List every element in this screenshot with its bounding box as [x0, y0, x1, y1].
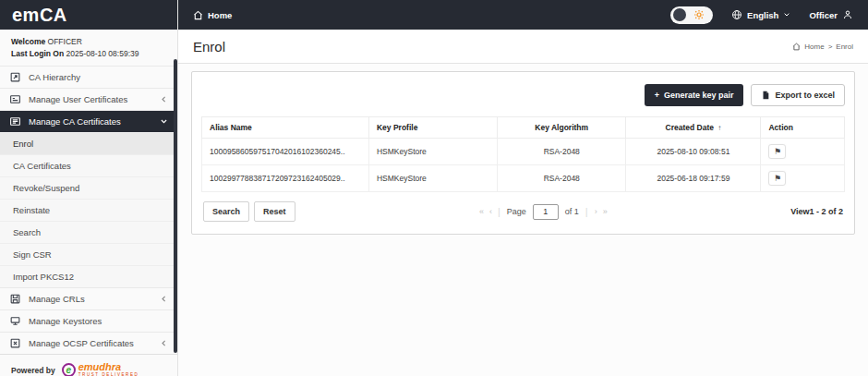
sidebar-item-label: Manage OCSP Certificates: [29, 338, 134, 348]
previous-page-button[interactable]: ‹: [489, 207, 491, 216]
cell-created-date: 2025-08-10 09:08:51: [626, 139, 761, 165]
pagination: « ‹ | Page of 1 | › »: [295, 204, 791, 220]
cell-key-profile: HSMKeyStore: [368, 139, 497, 165]
sidebar: emCA Welcome OFFICER Last Login On 2025-…: [0, 0, 178, 376]
powered-by-label: Powered by: [11, 366, 55, 375]
sidebar-item-ca-certificates[interactable]: CA Certificates: [0, 154, 177, 176]
table-header-row: Alias Name Key Profile Key Algorithm Cre…: [202, 117, 845, 139]
cell-action: ⚑: [761, 165, 845, 192]
page-title: Enrol: [193, 39, 225, 55]
cell-alias: 100095860597517042016102360245..: [202, 139, 369, 165]
welcome-block: Welcome OFFICER Last Login On 2025-08-10…: [0, 30, 177, 66]
sidebar-item-manage-crls[interactable]: Manage CRLs: [0, 287, 177, 309]
theme-toggle[interactable]: [670, 6, 713, 24]
last-login-text: Last Login On 2025-08-10 08:59:39: [11, 48, 166, 60]
generate-key-pair-button[interactable]: + Generate key pair: [645, 84, 744, 106]
last-page-button[interactable]: »: [603, 207, 607, 216]
user-menu[interactable]: Officer: [809, 9, 853, 20]
globe-icon: [731, 9, 742, 20]
chevron-left-icon: [160, 295, 168, 303]
table-row: 100299778838717209723162405029.. HSMKeyS…: [202, 165, 845, 192]
sidebar-item-search[interactable]: Search: [0, 221, 177, 243]
breadcrumb-home[interactable]: Home: [804, 42, 824, 51]
topbar: Home English Officer: [178, 0, 868, 30]
flag-icon: ⚑: [774, 174, 781, 183]
search-button[interactable]: Search: [203, 201, 249, 222]
sidebar-item-label: Manage CRLs: [29, 294, 85, 304]
home-icon: [792, 42, 801, 51]
emudhra-brand-name: emudhra: [78, 362, 139, 372]
home-icon: [193, 10, 203, 20]
save-disk-icon: [9, 293, 21, 305]
welcome-text: Welcome OFFICER: [11, 36, 166, 48]
cell-action: ⚑: [761, 139, 845, 165]
cell-key-algorithm: RSA-2048: [498, 139, 626, 165]
chevron-left-icon: [160, 339, 168, 347]
breadcrumb-current: Enrol: [836, 42, 853, 51]
next-page-button[interactable]: ›: [595, 207, 597, 216]
sidebar-menu: CA Hierarchy Manage User Certificates Ma…: [0, 66, 177, 354]
breadcrumb: Home > Enrol: [792, 42, 853, 51]
column-alias-name[interactable]: Alias Name: [202, 117, 369, 139]
plus-icon: +: [655, 91, 659, 100]
export-to-excel-button[interactable]: Export to excel: [751, 84, 845, 106]
page-number-input[interactable]: [533, 204, 559, 220]
flag-action-button[interactable]: ⚑: [768, 144, 786, 159]
app-logo: emCA: [0, 0, 177, 30]
sidebar-scrollbar[interactable]: [174, 59, 177, 353]
sidebar-item-manage-user-certificates[interactable]: Manage User Certificates: [0, 88, 177, 110]
sidebar-item-label: Manage Keystores: [29, 316, 102, 326]
page-header: Enrol Home > Enrol: [178, 30, 868, 64]
sidebar-item-manage-ca-certificates[interactable]: Manage CA Certificates: [0, 110, 177, 132]
page-content: + Generate key pair Export to excel Alia…: [178, 64, 868, 376]
cell-key-algorithm: RSA-2048: [498, 165, 626, 192]
column-action: Action: [761, 117, 845, 139]
table-row: 100095860597517042016102360245.. HSMKeyS…: [202, 139, 845, 165]
emudhra-logo: e emudhra Trust Delivered: [62, 362, 139, 376]
chevron-left-icon: [160, 95, 168, 103]
main-area: Home English Officer Enrol: [178, 0, 868, 376]
id-card-icon: [9, 93, 21, 105]
sidebar-item-sign-csr[interactable]: Sign CSR: [0, 243, 177, 265]
column-key-algorithm[interactable]: Key Algorithm: [498, 117, 626, 139]
sort-ascending-icon: ↑: [717, 124, 721, 132]
sun-icon: [693, 9, 705, 20]
topbar-home-link[interactable]: Home: [193, 10, 232, 20]
emudhra-e-icon: e: [62, 363, 76, 376]
flag-icon: ⚑: [774, 147, 781, 156]
pager-divider: |: [585, 206, 588, 217]
sidebar-item-reinstate[interactable]: Reinstate: [0, 199, 177, 221]
column-key-profile[interactable]: Key Profile: [368, 117, 497, 139]
column-created-date[interactable]: Created Date ↑: [626, 117, 761, 139]
flag-action-button[interactable]: ⚑: [768, 171, 786, 186]
cell-key-profile: HSMKeyStore: [368, 165, 497, 192]
sidebar-item-manage-keystores[interactable]: Manage Keystores: [0, 309, 177, 332]
sidebar-footer: Powered by e emudhra Trust Delivered: [0, 354, 177, 376]
card-toolbar: + Generate key pair Export to excel: [201, 84, 845, 106]
sidebar-item-revoke-suspend[interactable]: Revoke/Suspend: [0, 176, 177, 199]
sidebar-item-ca-hierarchy[interactable]: CA Hierarchy: [0, 66, 177, 88]
hierarchy-icon: [9, 71, 21, 83]
chevron-down-icon: [783, 10, 790, 20]
language-label: English: [747, 10, 778, 20]
enrol-card: + Generate key pair Export to excel Alia…: [191, 71, 855, 235]
sidebar-item-import-pkcs12[interactable]: Import PKCS12: [0, 265, 177, 287]
certificate-icon: [9, 115, 21, 127]
chevron-down-icon: [160, 117, 168, 126]
user-label: Officer: [809, 10, 838, 20]
cell-alias: 100299778838717209723162405029..: [202, 165, 369, 192]
person-icon: [842, 9, 853, 20]
sidebar-item-label: Manage CA Certificates: [29, 116, 121, 127]
excel-file-icon: [761, 91, 770, 100]
box-x-icon: [9, 337, 21, 349]
table-footer: Search Reset « ‹ | Page of 1 | › » V: [201, 201, 845, 224]
language-selector[interactable]: English: [731, 9, 790, 20]
first-page-button[interactable]: «: [479, 207, 483, 216]
sidebar-item-label: Manage User Certificates: [29, 94, 127, 104]
sidebar-item-enrol[interactable]: Enrol: [0, 132, 177, 154]
cell-created-date: 2025-06-18 09:17:59: [626, 165, 761, 192]
toggle-knob-icon: [673, 8, 686, 21]
reset-button[interactable]: Reset: [254, 201, 295, 222]
sidebar-item-manage-ocsp-certificates[interactable]: Manage OCSP Certificates: [0, 332, 177, 354]
pager-divider: |: [498, 206, 500, 217]
